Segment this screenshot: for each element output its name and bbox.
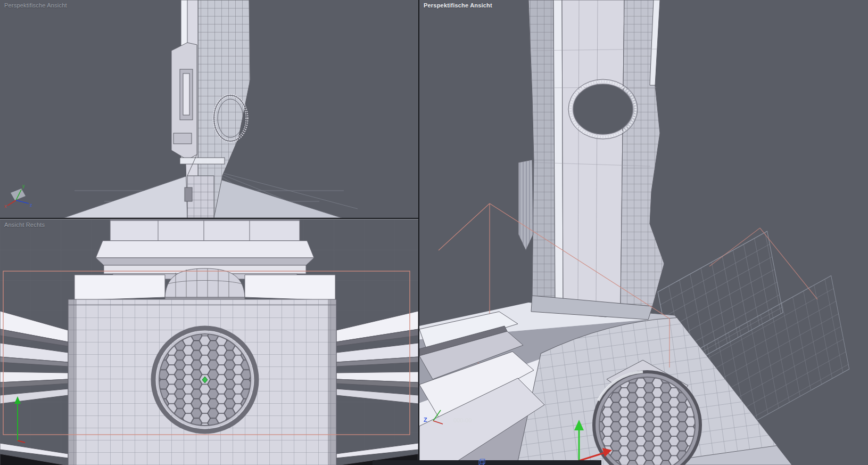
viewport-perspective-main[interactable]: Perspektifische Ansicht 000-00 xyxy=(419,0,868,465)
axis-x-label: x xyxy=(4,203,7,209)
axis-z-label: Z xyxy=(424,417,427,423)
3d-editor-window: Perspektifische Ansicht xyxy=(0,0,868,465)
viewport-right-view[interactable]: Ansicht Rechts xyxy=(0,219,418,465)
tower-model xyxy=(518,0,664,320)
hex-window xyxy=(153,328,257,431)
axis-z-label: z xyxy=(30,202,32,208)
coordinate-readout: 000-00 xyxy=(453,417,472,423)
bottom-panel-splitter[interactable] xyxy=(373,460,601,465)
viewport-label: Ansicht Rechts xyxy=(4,222,45,228)
axis-y-label: y xyxy=(22,183,25,189)
cube-icon[interactable] xyxy=(478,458,486,465)
viewport-canvas-right-view[interactable] xyxy=(0,219,418,465)
viewport-label: Perspektifische Ansicht xyxy=(4,2,67,9)
viewport-perspective-top[interactable]: Perspektifische Ansicht xyxy=(0,0,418,218)
viewport-canvas-perspective-top[interactable]: x y z xyxy=(0,0,418,218)
viewport-canvas-perspective-main[interactable]: Z xyxy=(419,0,868,465)
viewport-label: Perspektifische Ansicht xyxy=(424,2,492,9)
